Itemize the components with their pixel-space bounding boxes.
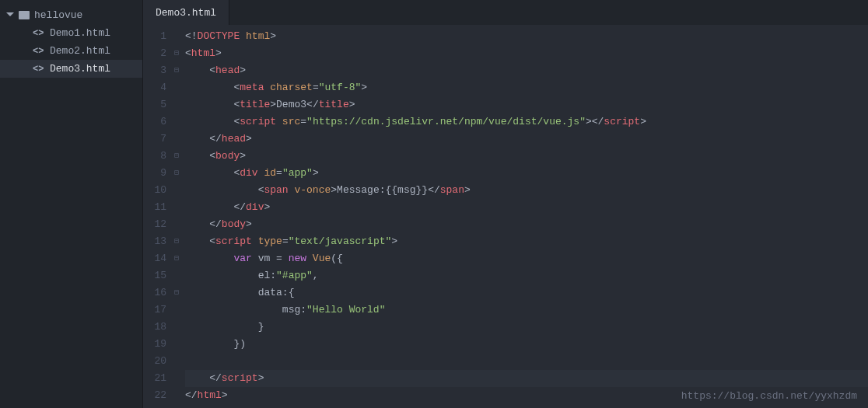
code-line[interactable]: msg:"Hello World" [185,302,868,319]
code-line[interactable]: <div id="app"> [185,165,868,182]
line-number: 22 [143,387,166,404]
code-line[interactable]: <!DOCTYPE html> [185,28,868,45]
line-number: 19 [143,336,166,353]
file-label: Demo1.html [50,27,110,39]
code-line[interactable]: </div> [185,199,868,216]
code-line[interactable]: <body> [185,148,868,165]
line-number: 10 [143,182,166,199]
code-line[interactable]: } [185,319,868,336]
fold-marker[interactable]: ⊟ [174,62,185,79]
editor-area: Demo3.html 12345678910111213141516171819… [143,0,868,408]
fold-marker[interactable]: ⊟ [174,148,185,165]
code-line[interactable]: <script src="https://cdn.jsdelivr.net/np… [185,113,868,131]
fold-marker [174,370,185,387]
fold-marker [174,302,185,319]
fold-marker [174,113,185,131]
code-line[interactable]: </body> [185,216,868,233]
line-number: 21 [143,370,166,387]
line-number: 20 [143,353,166,370]
line-number: 8 [143,148,166,165]
folder-item[interactable]: hellovue [0,6,142,24]
file-explorer: hellovue <>Demo1.html<>Demo2.html<>Demo3… [0,0,143,408]
fold-marker [174,387,185,404]
file-label: Demo2.html [50,45,110,57]
line-number: 7 [143,131,166,148]
tab-bar: Demo3.html [143,0,868,25]
code-line[interactable] [185,353,868,370]
editor-content[interactable]: 12345678910111213141516171819202122 ⊟⊟⊟⊟… [143,25,868,408]
line-number: 2 [143,45,166,62]
fold-marker [174,336,185,353]
fold-marker[interactable]: ⊟ [174,250,185,267]
code-line[interactable]: </script> [185,370,868,387]
chevron-down-icon [6,12,14,19]
line-number: 16 [143,284,166,302]
line-number: 1 [143,28,166,45]
folder-label: hellovue [34,9,82,21]
fold-marker [174,131,185,148]
line-number: 18 [143,319,166,336]
code-line[interactable]: <script type="text/javascript"> [185,233,868,250]
code-area[interactable]: <!DOCTYPE html><html> <head> <meta chars… [185,25,868,408]
line-number: 15 [143,267,166,284]
fold-marker[interactable]: ⊟ [174,233,185,250]
folder-icon [19,11,30,19]
line-number: 11 [143,199,166,216]
fold-marker [174,319,185,336]
line-number: 13 [143,233,166,250]
watermark: https://blog.csdn.net/yyxhzdm [681,390,857,402]
fold-marker [174,96,185,113]
file-label: Demo3.html [50,63,110,75]
fold-marker [174,353,185,370]
line-number: 14 [143,250,166,267]
fold-marker [174,267,185,284]
line-number: 12 [143,216,166,233]
line-number: 5 [143,96,166,113]
line-number: 4 [143,79,166,96]
fold-marker [174,182,185,199]
code-file-icon: <> [33,28,45,39]
code-line[interactable]: }) [185,336,868,353]
file-item[interactable]: <>Demo2.html [0,42,142,60]
code-line[interactable]: <head> [185,62,868,79]
line-number: 17 [143,302,166,319]
fold-marker[interactable]: ⊟ [174,284,185,302]
file-item[interactable]: <>Demo3.html [0,60,142,78]
fold-marker [174,199,185,216]
code-line[interactable]: el:"#app", [185,267,868,284]
code-line[interactable]: var vm = new Vue({ [185,250,868,267]
line-number: 3 [143,62,166,79]
code-line[interactable]: <title>Demo3</title> [185,96,868,113]
tab-demo3[interactable]: Demo3.html [143,0,229,25]
code-line[interactable]: <html> [185,45,868,62]
code-line[interactable]: <meta charset="utf-8"> [185,79,868,96]
code-file-icon: <> [33,64,45,75]
fold-marker[interactable]: ⊟ [174,45,185,62]
code-line[interactable]: <span v-once>Message:{{msg}}</span> [185,182,868,199]
line-number: 6 [143,113,166,131]
tab-label: Demo3.html [156,7,216,19]
file-item[interactable]: <>Demo1.html [0,24,142,42]
fold-marker [174,216,185,233]
fold-marker [174,79,185,96]
line-number-gutter: 12345678910111213141516171819202122 [143,25,174,408]
line-number: 9 [143,165,166,182]
fold-column: ⊟⊟⊟⊟⊟⊟⊟ [174,25,185,408]
code-line[interactable]: </head> [185,131,868,148]
fold-marker [174,28,185,45]
code-line[interactable]: data:{ [185,284,868,302]
fold-marker[interactable]: ⊟ [174,165,185,182]
code-file-icon: <> [33,46,45,57]
